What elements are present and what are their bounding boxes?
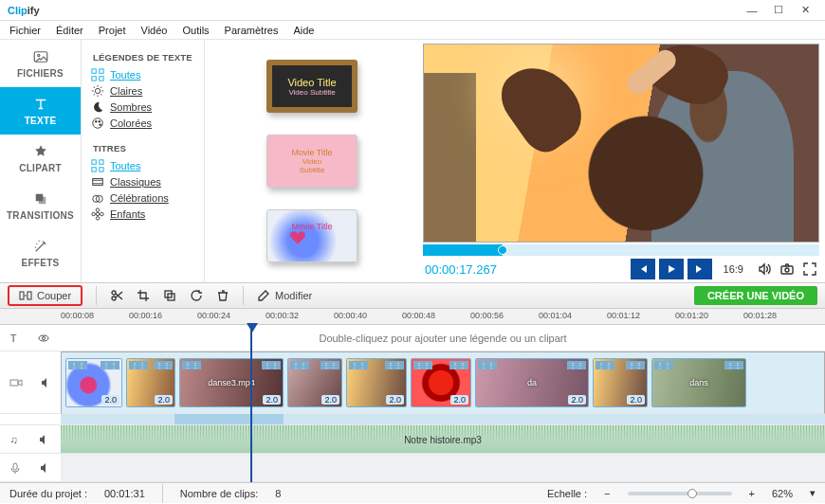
timeline-ruler[interactable]: 00:00:08 00:00:16 00:00:24 00:00:32 00:0… [0,309,825,325]
svg-rect-17 [93,179,103,186]
prev-button[interactable] [631,259,655,279]
mute-mic-icon[interactable] [39,461,52,475]
title-thumb-3[interactable]: Movie Title [266,209,358,262]
moon-icon [91,100,104,114]
cut-button[interactable]: Couper [8,285,82,306]
menu-outils[interactable]: Outils [182,25,209,36]
cat-legendes-sombres[interactable]: Sombres [91,100,204,114]
wand-icon [32,238,49,255]
svg-rect-7 [100,77,103,81]
crop-button[interactable] [137,289,150,302]
copy-button[interactable] [163,289,176,302]
create-video-button[interactable]: CRÉER UNE VIDÉO [694,286,817,305]
music-lane[interactable]: Notre histoire.mp3 [61,425,825,454]
svg-point-20 [96,212,100,216]
video-clip[interactable]: ⋮⋮⋮⋮2.0 [126,358,175,407]
modify-button[interactable]: Modifier [257,289,312,302]
flower-icon [91,207,104,221]
track-header-mic [0,454,61,482]
svg-point-9 [93,118,103,129]
timeline-playhead[interactable] [250,325,252,482]
mic-track-icon[interactable] [9,461,22,475]
svg-rect-27 [20,292,24,299]
title-thumb-2[interactable]: Movie TitleVideoSubtitle [266,135,358,188]
menu-fichier[interactable]: Fichier [9,25,41,36]
video-clip[interactable]: ⋮⋮⋮⋮2.0 [593,358,648,407]
window-maximize-button[interactable]: ☐ [766,2,791,19]
cat-legendes-claires[interactable]: Claires [91,84,204,98]
zoom-out-icon[interactable]: − [604,488,610,499]
text-track-icon[interactable]: T [10,333,17,344]
video-clip[interactable]: ⋮⋮⋮⋮2.0danse3.mp4 [179,358,284,407]
snapshot-icon[interactable] [778,260,797,279]
preview-scrubber[interactable] [423,244,819,256]
menu-parametres[interactable]: Paramètres [225,25,279,36]
cat-legendes-toutes[interactable]: Toutes [91,68,204,81]
grid-icon [91,68,104,81]
aspect-ratio[interactable]: 16:9 [724,263,743,275]
video-clip[interactable]: ⋮⋮⋮⋮2.0 [346,358,407,407]
zoom-slider[interactable] [628,492,732,495]
scissors-button[interactable] [110,289,123,302]
cat-titres-toutes[interactable]: Toutes [91,159,204,172]
zoom-in-icon[interactable]: + [749,488,755,499]
menu-projet[interactable]: Projet [99,25,126,36]
video-audio-lane[interactable] [61,414,825,425]
svg-point-34 [43,336,46,339]
star-icon [32,143,49,160]
fullscreen-icon[interactable] [800,260,819,279]
tab-label: FICHIERS [17,68,64,79]
play-button[interactable] [659,259,684,279]
cat-titres-celebrations[interactable]: Célébrations [91,191,204,205]
volume-icon[interactable] [755,260,774,279]
svg-point-33 [39,335,48,341]
camera-track-icon[interactable] [9,375,24,390]
tab-texte[interactable]: TEXTE [0,87,81,135]
video-clip[interactable]: ⋮⋮⋮⋮2.0 [65,358,122,407]
undo-button[interactable] [190,289,203,302]
menu-video[interactable]: Vidéo [141,25,168,36]
visibility-icon[interactable] [37,332,50,345]
window-close-button[interactable]: ✕ [793,2,817,19]
tab-clipart[interactable]: CLIPART [0,135,81,182]
preview-video[interactable] [423,44,819,243]
svg-rect-3 [38,197,46,205]
svg-point-22 [96,217,100,221]
side-tabs: FICHIERS TEXTE CLIPART TRANSITIONS EFFET… [0,40,82,282]
music-track-icon[interactable]: ♫ [9,434,17,445]
video-lane[interactable]: ⋮⋮⋮⋮2.0⋮⋮⋮⋮2.0⋮⋮⋮⋮2.0danse3.mp4⋮⋮⋮⋮2.0⋮⋮… [61,351,825,414]
category-panel: LÉGENDES DE TEXTE Toutes Claires Sombres… [82,40,205,282]
tab-effets[interactable]: EFFETS [0,229,81,277]
tab-fichiers[interactable]: FICHIERS [0,40,81,87]
video-clip[interactable]: ⋮⋮⋮⋮2.0 [411,358,471,407]
delete-button[interactable] [216,289,229,302]
text-lane[interactable]: Double-cliquez pour ajouter une légende … [61,325,825,351]
tab-transitions[interactable]: TRANSITIONS [0,182,81,229]
cat-titres-enfants[interactable]: Enfants [91,207,204,221]
svg-point-21 [96,208,100,212]
cat-legendes-colorees[interactable]: Colorées [91,117,204,130]
menu-editer[interactable]: Éditer [56,25,83,36]
titlebar: Clipify ― ☐ ✕ [0,0,825,21]
next-button[interactable] [688,259,712,279]
video-clip[interactable]: ⋮⋮⋮⋮2.0da [475,358,589,407]
menu-aide[interactable]: Aide [293,25,314,36]
tab-label: TRANSITIONS [7,210,74,221]
zoom-dropdown-icon[interactable]: ▾ [810,487,816,499]
mute-music-icon[interactable] [38,433,51,446]
window-minimize-button[interactable]: ― [740,2,764,19]
tab-label: CLIPART [19,163,62,173]
cat-titres-classiques[interactable]: Classiques [91,175,204,189]
svg-point-29 [112,291,116,295]
video-clip[interactable]: ⋮⋮⋮⋮2.0 [287,358,342,407]
svg-rect-4 [92,69,96,73]
title-thumb-1[interactable]: Video TitleVideo Subtitle [266,60,358,113]
status-bar: Durée du projet : 00:01:31 Nombre de cli… [0,482,825,503]
mic-lane[interactable] [61,454,825,482]
duration-value: 00:01:31 [104,488,145,499]
clips-value: 8 [275,488,281,499]
mute-video-icon[interactable] [40,376,53,389]
film-icon [91,175,104,189]
video-clip[interactable]: ⋮⋮⋮⋮dans [651,358,746,407]
cut-icon [19,289,32,302]
